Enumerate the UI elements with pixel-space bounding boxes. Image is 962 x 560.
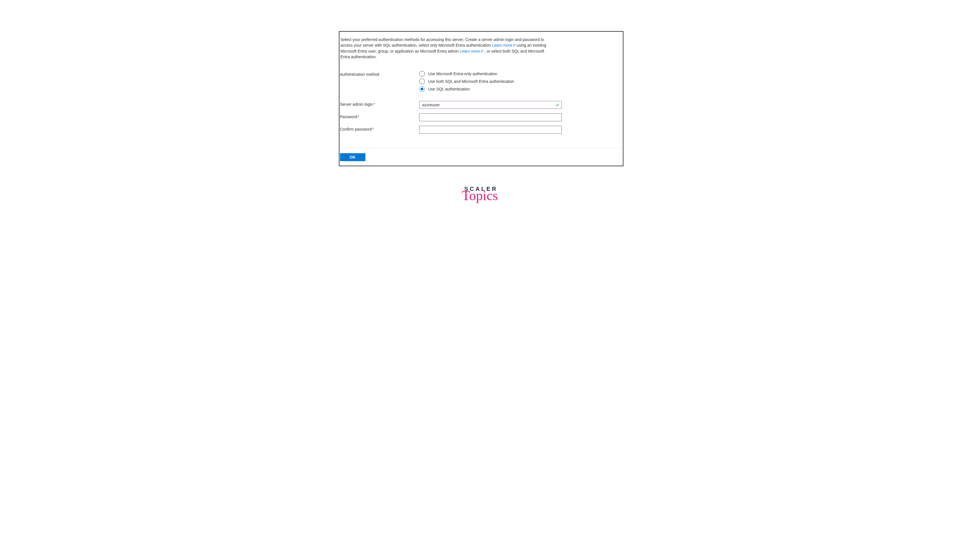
radio-circle-icon [419,71,425,77]
radio-both[interactable]: Use both SQL and Microsoft Entra authent… [419,79,623,84]
learn-more-link-1[interactable]: Learn more [492,43,516,47]
radio-sql[interactable]: Use SQL authentication [419,86,623,92]
password-input[interactable] [419,113,562,121]
auth-config-panel: Select your preferred authentication met… [339,31,623,166]
password-label: Password* [340,113,419,119]
auth-method-radio-group: Use Microsoft Entra-only authentication … [419,71,623,92]
required-indicator: * [358,114,359,119]
server-admin-login-label: Server admin login* [340,101,419,106]
radio-both-label: Use both SQL and Microsoft Entra authent… [428,79,514,84]
scaler-topics-logo: SCALER Topics [463,186,499,200]
confirm-password-label: Confirm password* [340,126,419,132]
required-indicator: * [372,127,374,132]
radio-sql-label: Use SQL authentication [428,87,470,91]
learn-more-link-2[interactable]: Learn more [460,49,483,53]
radio-entra-only-label: Use Microsoft Entra-only authentication [428,71,497,76]
ok-button[interactable]: OK [340,153,365,161]
description-text: Select your preferred authentication met… [339,37,623,60]
external-link-icon [481,50,483,53]
required-indicator: * [373,102,375,106]
logo-topics-text: Topics [462,191,498,200]
server-admin-login-input[interactable] [419,101,562,109]
footer-section: OK [339,148,623,166]
radio-circle-icon [419,79,425,84]
confirm-password-input[interactable] [419,126,562,134]
checkmark-icon [555,103,560,107]
radio-circle-icon [419,86,425,92]
external-link-icon [513,44,516,47]
radio-entra-only[interactable]: Use Microsoft Entra-only authentication [419,71,623,77]
auth-method-label: Authentication method [340,71,419,77]
